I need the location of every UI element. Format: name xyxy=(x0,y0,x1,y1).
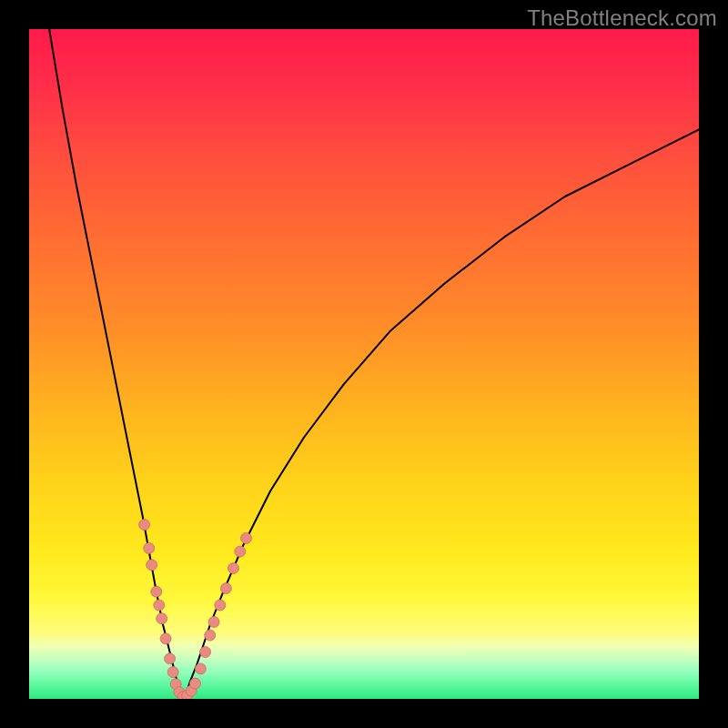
data-dot xyxy=(147,560,157,571)
data-dot xyxy=(215,600,226,611)
data-dot xyxy=(144,542,155,553)
data-dot xyxy=(165,653,176,664)
bottleneck-chart xyxy=(29,29,699,699)
data-dot xyxy=(139,520,150,531)
data-dot xyxy=(190,678,201,689)
data-dot xyxy=(205,630,216,641)
data-dot xyxy=(160,633,171,644)
data-dot xyxy=(195,663,206,674)
data-dots xyxy=(139,520,252,699)
data-dot xyxy=(208,616,219,627)
data-dot xyxy=(167,667,178,678)
data-dot xyxy=(200,647,211,658)
watermark-text: TheBottleneck.com xyxy=(527,5,717,31)
data-dot xyxy=(157,613,167,624)
data-dot xyxy=(151,586,162,597)
plot-frame xyxy=(29,29,699,699)
data-dot xyxy=(228,563,239,574)
data-dot xyxy=(241,532,252,543)
data-dot xyxy=(235,546,246,557)
data-dot xyxy=(220,583,231,594)
data-dot xyxy=(154,600,165,611)
bottleneck-curve xyxy=(49,29,699,697)
